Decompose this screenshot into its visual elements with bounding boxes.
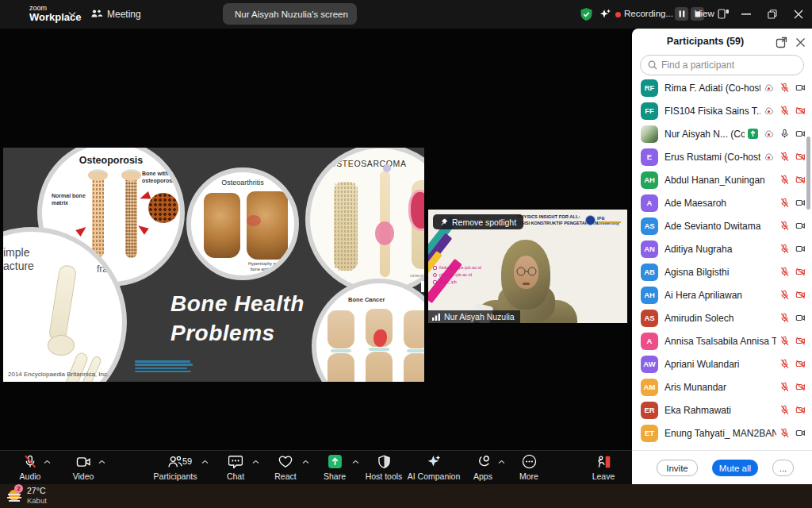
share-button[interactable]: Share bbox=[317, 453, 352, 481]
participant-row[interactable]: AH Ai Hera Apriliawan bbox=[632, 283, 812, 306]
participants-scrollbar[interactable] bbox=[806, 137, 810, 210]
participant-status-icons bbox=[779, 244, 806, 254]
chat-button[interactable]: Chat bbox=[218, 453, 253, 481]
participant-row[interactable]: A Annisa Tsalsabila Annisa Tsalsab... bbox=[632, 329, 812, 352]
participant-status-icons bbox=[779, 428, 806, 438]
heart-icon bbox=[278, 455, 293, 468]
participant-row[interactable]: AS Ade Sevianto Dwitama bbox=[632, 214, 812, 237]
participant-row[interactable]: AB Agisna Bilgisthi bbox=[632, 260, 812, 283]
participant-row[interactable]: AM Aris Munandar bbox=[632, 375, 812, 398]
chevron-down-icon[interactable] bbox=[68, 11, 76, 17]
audio-chevron-icon[interactable] bbox=[44, 460, 51, 464]
participant-row[interactable]: E Erus Rustami (Co-host) bbox=[632, 145, 812, 168]
bone-head bbox=[121, 169, 141, 181]
zoom-toolbar: Audio Video Participants 59 Chat React S… bbox=[0, 450, 632, 484]
invite-button[interactable]: Invite bbox=[657, 460, 698, 476]
participant-name: Aditiya Nugraha bbox=[665, 244, 776, 255]
mic-status-icon bbox=[779, 290, 790, 300]
camera-status-icon bbox=[795, 198, 806, 208]
mic-status-icon bbox=[779, 359, 790, 369]
avatar: FF bbox=[641, 102, 658, 120]
avatar: AN bbox=[641, 241, 658, 258]
shared-screen-pill[interactable]: Nur Aisyah Nuzulia's screen bbox=[223, 3, 357, 25]
participants-count-badge: 59 bbox=[182, 456, 192, 466]
avatar: E bbox=[641, 148, 658, 166]
remove-spotlight-button[interactable]: Remove spotlight bbox=[433, 214, 523, 229]
joint-illustration bbox=[48, 335, 75, 356]
participant-status-icons bbox=[779, 382, 806, 392]
participant-name: Aris Munandar bbox=[665, 382, 776, 393]
popout-icon[interactable] bbox=[776, 37, 787, 48]
participant-name: Enung Tahyati_ MAN2BANDUNG bbox=[665, 428, 776, 439]
red-arrow bbox=[75, 224, 88, 237]
close-panel-icon[interactable] bbox=[795, 37, 806, 48]
mic-status-icon bbox=[779, 152, 790, 162]
spotlight-video-tile[interactable]: PHYSICS INSIGHT FOR ALL: SUPERPOSISI KON… bbox=[428, 210, 627, 323]
view-button[interactable]: View bbox=[695, 9, 714, 18]
participants-more-button[interactable]: ... bbox=[772, 460, 794, 476]
slide-credit: 2014 Encyclopaedia Britannica, Inc. bbox=[8, 371, 109, 378]
video-button[interactable]: Video bbox=[66, 453, 101, 481]
globe-icon bbox=[433, 273, 437, 277]
avatar: AB bbox=[641, 264, 658, 281]
osteoporosis-label-left: Normal bone matrix bbox=[52, 193, 88, 206]
apps-chevron-icon[interactable] bbox=[498, 460, 505, 464]
maximize-button[interactable] bbox=[768, 10, 777, 19]
camera-status-icon bbox=[795, 175, 806, 185]
react-chevron-icon[interactable] bbox=[302, 460, 309, 464]
participant-row[interactable]: AS Amirudin Solech bbox=[632, 306, 812, 329]
video-chevron-icon[interactable] bbox=[98, 460, 105, 464]
apps-button[interactable]: Apps bbox=[465, 453, 500, 481]
screen-share-badge-icon bbox=[748, 129, 758, 139]
security-shield-icon[interactable] bbox=[580, 7, 593, 21]
participant-status-icons bbox=[779, 313, 806, 323]
tab-meeting[interactable]: Meeting bbox=[107, 9, 141, 20]
osteoporosis-title: Osteoporosis bbox=[42, 155, 180, 166]
participant-row[interactable]: Nur Aisyah N... (Co-host) bbox=[632, 122, 812, 145]
bone-illustration bbox=[48, 264, 78, 342]
meeting-stage: Osteoporosis Normal bone matrix Bone wit… bbox=[0, 29, 631, 450]
view-layout-icon[interactable] bbox=[718, 9, 730, 19]
search-input[interactable] bbox=[661, 60, 788, 71]
participants-button[interactable]: Participants bbox=[150, 453, 201, 481]
participant-row[interactable]: AH Abdul Hanan_Kuningan bbox=[632, 168, 812, 191]
leave-meeting-icon bbox=[596, 455, 611, 469]
title-bar: zoom Workplace Meeting Nur Aisyah Nuzuli… bbox=[0, 0, 812, 29]
bone-head bbox=[383, 164, 391, 172]
recording-label: Recording... bbox=[624, 9, 673, 18]
participant-row[interactable]: ER Eka Rahmawati bbox=[632, 398, 812, 421]
mail-icon bbox=[433, 266, 437, 270]
osteoporosis-label-right: Bone with osteoporosis bbox=[142, 171, 183, 184]
react-button[interactable]: React bbox=[268, 453, 303, 481]
minimize-button[interactable] bbox=[741, 13, 751, 15]
leave-button[interactable]: Leave bbox=[586, 453, 621, 481]
recording-indicator-icon bbox=[764, 106, 774, 116]
participant-row[interactable]: RF Rima F. Adiati (Co-host, me) bbox=[632, 76, 812, 99]
participant-row[interactable]: FF FIS104 Fisika Sains T... (Host) bbox=[632, 99, 812, 122]
shared-screen-title: Nur Aisyah Nuzulia's screen bbox=[235, 10, 348, 19]
participant-status-icons bbox=[764, 106, 806, 116]
mic-muted-icon bbox=[23, 454, 37, 469]
mute-all-button[interactable]: Mute all bbox=[712, 460, 758, 476]
close-button[interactable] bbox=[794, 10, 803, 19]
avatar: A bbox=[641, 333, 658, 350]
ai-sparkle-icon[interactable] bbox=[599, 8, 611, 21]
meeting-people-icon bbox=[90, 8, 103, 20]
participant-row[interactable]: A Ade Maesaroh bbox=[632, 191, 812, 214]
participant-row[interactable]: AN Aditiya Nugraha bbox=[632, 237, 812, 260]
participant-name: Abdul Hanan_Kuningan bbox=[665, 175, 776, 186]
more-button[interactable]: More bbox=[511, 453, 546, 481]
participant-status-icons bbox=[748, 129, 806, 139]
participant-search[interactable] bbox=[640, 55, 804, 75]
participant-row[interactable]: ET Enung Tahyati_ MAN2BANDUNG bbox=[632, 421, 812, 444]
recording-dot-icon bbox=[615, 12, 621, 17]
camera-status-icon bbox=[795, 83, 806, 93]
ai-companion-button[interactable]: AI Companion bbox=[400, 453, 468, 481]
participant-status-icons bbox=[779, 336, 806, 346]
participants-chevron-icon[interactable] bbox=[201, 460, 209, 464]
participant-row[interactable]: AW Apriani Wulandari bbox=[632, 352, 812, 375]
recording-pause-button[interactable] bbox=[675, 7, 688, 21]
chat-chevron-icon[interactable] bbox=[252, 460, 259, 464]
camera-status-icon bbox=[795, 152, 806, 162]
audio-button[interactable]: Audio bbox=[13, 453, 48, 481]
